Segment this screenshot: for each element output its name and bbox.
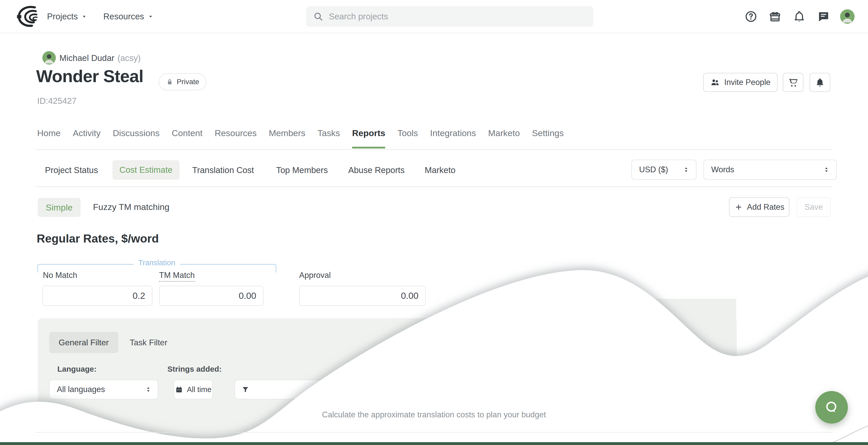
notifications-button[interactable] (793, 0, 806, 33)
tab-integrations[interactable]: Integrations (430, 128, 476, 149)
user-avatar[interactable] (840, 0, 855, 33)
nav-resources-menu[interactable]: Resources (103, 0, 154, 33)
gift-icon (769, 10, 781, 23)
search-icon (313, 11, 324, 22)
chevron-down-icon (147, 13, 154, 20)
tab-discussions[interactable]: Discussions (113, 128, 159, 149)
footer-note: Calculate the approximate translation co… (0, 410, 868, 419)
tab-settings[interactable]: Settings (532, 128, 564, 149)
tab-marketo[interactable]: Marketo (488, 128, 520, 149)
messages-button[interactable] (817, 0, 830, 33)
tab-content[interactable]: Content (172, 128, 203, 149)
tab-home[interactable]: Home (37, 128, 61, 149)
decorative-gray-patch (0, 0, 868, 445)
footer-green-bar (0, 442, 868, 445)
footer-divider (35, 432, 833, 433)
tab-members[interactable]: Members (269, 128, 305, 149)
top-navigation-bar: Projects Resources (0, 0, 868, 33)
tab-activity[interactable]: Activity (73, 128, 101, 149)
tab-resources[interactable]: Resources (215, 128, 257, 149)
help-button[interactable] (745, 0, 757, 33)
chat-bubble-outline-icon (822, 398, 841, 417)
page: Projects Resources (0, 0, 868, 445)
avatar-person-icon (840, 9, 855, 24)
search-input[interactable] (328, 11, 587, 22)
search-box (306, 6, 593, 27)
chat-icon (817, 10, 830, 23)
chevron-down-icon (81, 13, 88, 20)
bell-icon (793, 10, 806, 23)
help-icon (745, 10, 757, 23)
tab-reports[interactable]: Reports (352, 128, 385, 149)
tab-tools[interactable]: Tools (397, 128, 418, 149)
help-chat-button[interactable] (815, 391, 848, 423)
nav-projects-menu[interactable]: Projects (47, 0, 88, 33)
tab-tasks[interactable]: Tasks (317, 128, 340, 149)
project-tabs: Home Activity Discussions Content Resour… (37, 128, 564, 149)
nav-resources-label: Resources (103, 12, 144, 22)
gift-button[interactable] (769, 0, 781, 33)
nav-projects-label: Projects (47, 12, 78, 22)
app-logo[interactable] (16, 4, 45, 29)
app-logo-icon (16, 4, 45, 29)
